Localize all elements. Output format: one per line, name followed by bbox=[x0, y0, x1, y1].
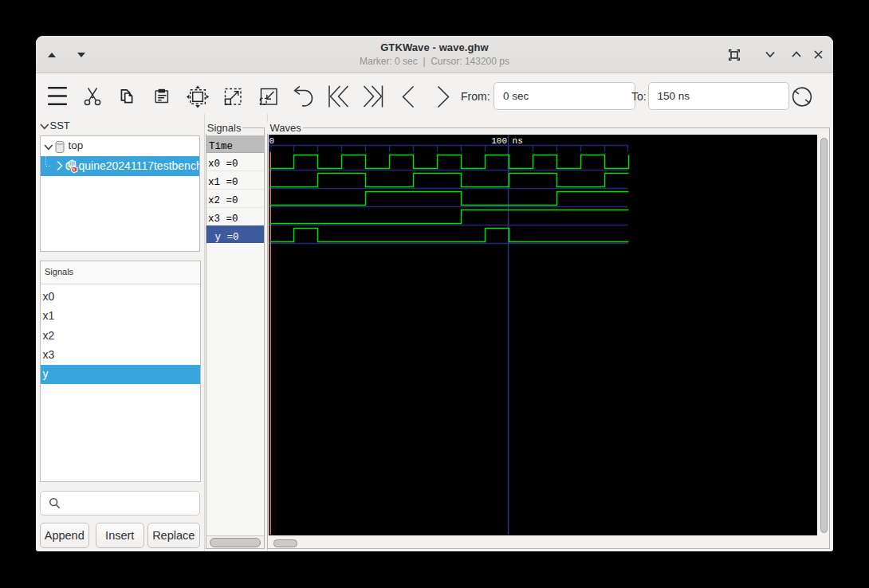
svg-text:100 ns: 100 ns bbox=[491, 136, 523, 146]
svg-text:0: 0 bbox=[269, 136, 274, 146]
